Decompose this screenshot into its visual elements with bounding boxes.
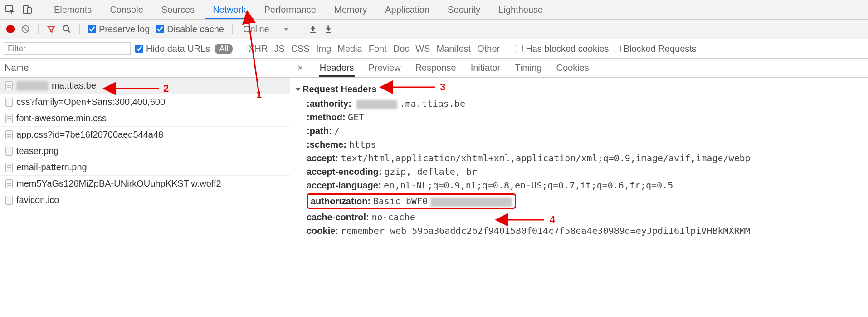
divider — [508, 44, 508, 54]
preserve-log-input[interactable] — [88, 25, 96, 33]
close-detail-icon[interactable]: × — [295, 62, 306, 74]
header-path: :path: / — [307, 125, 862, 136]
request-name: teaser.png — [16, 146, 59, 156]
tab-performance[interactable]: Performance — [256, 0, 325, 19]
header-method: :method: GET — [307, 112, 862, 123]
detail-tabbar: × Headers Preview Response Initiator Tim… — [290, 59, 868, 78]
blocked-requests-checkbox[interactable]: Blocked Requests — [614, 44, 697, 54]
has-blocked-cookies-checkbox[interactable]: Has blocked cookies — [516, 44, 609, 54]
filter-type-manifest[interactable]: Manifest — [436, 44, 472, 54]
throttling-select[interactable]: Online ▼ — [241, 23, 292, 36]
checkbox-icon — [516, 45, 523, 52]
file-icon — [5, 130, 13, 139]
tab-elements[interactable]: Elements — [46, 0, 100, 19]
request-row[interactable]: ma.ttias.be — [0, 78, 290, 94]
file-icon — [5, 114, 13, 123]
detail-tab-response[interactable]: Response — [414, 59, 457, 77]
request-name: favicon.ico — [16, 195, 59, 205]
file-icon — [5, 98, 13, 107]
header-accept: accept: text/html,application/xhtml+xml,… — [307, 153, 862, 163]
preserve-log-checkbox[interactable]: Preserve log — [88, 24, 150, 35]
request-row[interactable]: favicon.ico — [0, 192, 290, 208]
request-row[interactable]: font-awesome.min.css — [0, 110, 290, 127]
header-accept-language: accept-language: en,nl-NL;q=0.9,nl;q=0.8… — [307, 180, 862, 191]
tab-console[interactable]: Console — [102, 0, 151, 19]
filter-type-other[interactable]: Other — [476, 44, 501, 54]
header-cookie: cookie: remember_web_59ba36addc2b2f94015… — [307, 225, 862, 236]
clear-icon[interactable] — [21, 25, 30, 34]
disable-cache-checkbox[interactable]: Disable cache — [156, 24, 224, 35]
disable-cache-label: Disable cache — [167, 24, 224, 35]
divider — [240, 44, 240, 54]
header-authority: :authority: .ma.ttias.be — [307, 98, 862, 109]
hide-data-urls-checkbox[interactable]: Hide data URLs — [135, 44, 210, 54]
disclosure-triangle-icon — [296, 88, 301, 91]
file-icon — [5, 196, 13, 205]
checkbox-icon — [614, 45, 621, 52]
content-split: Name ma.ttias.be css?family=Open+Sans:30… — [0, 59, 868, 317]
filter-type-js[interactable]: JS — [273, 44, 285, 54]
detail-tab-initiator[interactable]: Initiator — [470, 59, 502, 77]
request-row[interactable]: css?family=Open+Sans:300,400,600 — [0, 94, 290, 110]
divider — [39, 5, 39, 15]
tab-sources[interactable]: Sources — [153, 0, 203, 19]
upload-har-icon[interactable] — [308, 25, 317, 34]
svg-rect-2 — [27, 8, 31, 13]
request-headers-section[interactable]: Request Headers — [297, 84, 862, 94]
tab-application[interactable]: Application — [377, 0, 438, 19]
redacted-text — [430, 198, 512, 207]
filter-type-media[interactable]: Media — [336, 44, 363, 54]
detail-pane: × Headers Preview Response Initiator Tim… — [290, 59, 868, 317]
download-har-icon[interactable] — [324, 25, 333, 34]
svg-rect-5 — [310, 32, 316, 33]
divider — [232, 24, 233, 34]
filter-type-img[interactable]: Img — [315, 44, 332, 54]
section-title-text: Request Headers — [302, 84, 376, 94]
has-blocked-label: Has blocked cookies — [526, 44, 609, 54]
request-row[interactable]: app.css?id=7be16f26700aed544a48 — [0, 127, 290, 143]
hide-data-urls-input[interactable] — [135, 45, 143, 53]
tab-security[interactable]: Security — [439, 0, 488, 19]
request-row[interactable]: email-pattern.png — [0, 159, 290, 176]
file-icon — [5, 147, 13, 156]
divider — [38, 24, 39, 34]
request-name: font-awesome.min.css — [16, 113, 107, 124]
filter-icon[interactable] — [47, 25, 56, 34]
filter-type-ws[interactable]: WS — [414, 44, 431, 54]
record-button-icon[interactable] — [6, 25, 15, 33]
filter-type-font[interactable]: Font — [368, 44, 388, 54]
header-scheme: :scheme: https — [307, 139, 862, 150]
filter-type-doc[interactable]: Doc — [392, 44, 410, 54]
tab-memory[interactable]: Memory — [326, 0, 375, 19]
device-toggle-icon[interactable] — [22, 4, 33, 15]
filter-type-css[interactable]: CSS — [290, 44, 311, 54]
request-name: ma.ttias.be — [52, 80, 96, 91]
detail-tab-cookies[interactable]: Cookies — [556, 59, 590, 77]
hide-data-urls-label: Hide data URLs — [146, 44, 210, 54]
detail-tab-preview[interactable]: Preview — [367, 59, 401, 77]
svg-point-4 — [63, 26, 69, 31]
inspect-element-icon[interactable] — [5, 4, 15, 15]
preserve-log-label: Preserve log — [99, 24, 150, 35]
search-icon[interactable] — [62, 25, 71, 34]
request-row[interactable]: teaser.png — [0, 143, 290, 159]
divider — [79, 24, 80, 34]
request-list-header[interactable]: Name — [0, 59, 290, 78]
request-name: app.css?id=7be16f26700aed544a48 — [16, 129, 163, 140]
disable-cache-input[interactable] — [156, 25, 164, 33]
redacted-text — [16, 81, 48, 90]
network-filter-bar: Hide data URLs All XHR JS CSS Img Media … — [0, 39, 868, 59]
detail-tab-headers[interactable]: Headers — [319, 59, 355, 77]
filter-input[interactable] — [4, 42, 131, 55]
request-row[interactable]: mem5YaGs126MiZpBA-UNirkOUuhpKKSTjw.woff2 — [0, 176, 290, 192]
tab-lighthouse[interactable]: Lighthouse — [490, 0, 551, 19]
redacted-text — [356, 100, 397, 109]
request-list-pane: Name ma.ttias.be css?family=Open+Sans:30… — [0, 59, 290, 317]
request-name: css?family=Open+Sans:300,400,600 — [16, 97, 165, 107]
chevron-down-icon: ▼ — [283, 25, 289, 33]
filter-type-all[interactable]: All — [215, 44, 233, 54]
detail-tab-timing[interactable]: Timing — [514, 59, 542, 77]
filter-type-xhr[interactable]: XHR — [248, 44, 268, 54]
header-accept-encoding: accept-encoding: gzip, deflate, br — [307, 166, 862, 177]
tab-network[interactable]: Network — [205, 0, 254, 19]
